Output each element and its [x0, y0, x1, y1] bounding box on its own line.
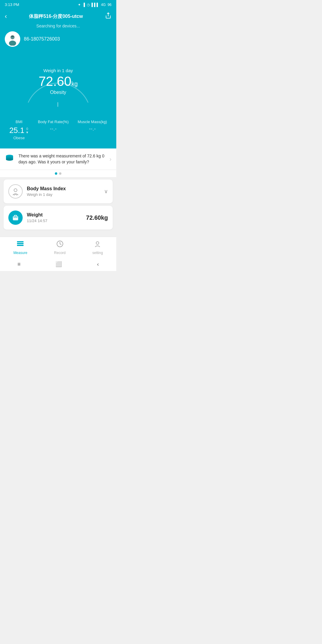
nav-record[interactable]: Record	[54, 240, 66, 255]
svg-point-12	[6, 158, 13, 161]
svg-point-26	[96, 242, 99, 244]
battery-percent: 96	[108, 3, 112, 7]
bottom-nav: Measure Record setting	[0, 237, 116, 257]
network-type: 4G	[101, 3, 106, 7]
bmi-card-title: Body Mass Index	[27, 186, 100, 191]
battery-icon: ▐	[83, 3, 85, 7]
bmi-badge: 0▼	[26, 127, 29, 134]
alarm-icon: ◷	[87, 3, 90, 7]
setting-icon	[94, 240, 101, 250]
pagination-dots	[0, 170, 116, 177]
dot-2	[59, 172, 61, 175]
weight-card[interactable]: Weight 11/24 14:57 72.60kg	[4, 206, 113, 230]
weight-status: Obesity	[38, 90, 78, 95]
page-title: 体脂秤516-分度005-utcw	[7, 13, 105, 20]
svg-rect-18	[14, 215, 17, 217]
android-back-button[interactable]: ‹	[97, 261, 99, 267]
weight-card-subtitle: 11/24 14:57	[27, 219, 82, 223]
nav-setting[interactable]: setting	[92, 240, 103, 255]
android-menu-button[interactable]: ≡	[18, 261, 21, 267]
bmi-stat: BMI 25.1 0▼ Obese	[9, 120, 29, 140]
weight-card-icon	[8, 210, 23, 225]
bmi-card[interactable]: Body Mass Index Weigh in 1 day ∨	[4, 179, 113, 203]
status-icons: ✦ ▐ ◷ ▌▌▌ 4G 96	[78, 3, 112, 7]
svg-line-25	[60, 244, 61, 244]
android-nav: ≡ ⬜ ‹	[0, 257, 116, 271]
record-label: Record	[54, 251, 66, 255]
svg-point-14	[14, 195, 15, 196]
body-fat-stat: Body Fat Rate(%) --.-	[38, 120, 69, 140]
bmi-label: BMI	[9, 120, 29, 124]
bmi-card-subtitle: Weigh in 1 day	[27, 192, 100, 197]
bmi-sublabel: Obese	[9, 136, 29, 140]
android-home-button[interactable]: ⬜	[55, 261, 62, 267]
chevron-right-icon: ›	[109, 156, 112, 162]
back-button[interactable]: ‹	[5, 13, 7, 20]
hero-section: Searching for devices... 86-18075726003 …	[0, 24, 116, 148]
svg-point-16	[16, 195, 17, 196]
bmi-value: 25.1	[9, 126, 24, 135]
bmi-card-content: Body Mass Index Weigh in 1 day	[27, 186, 100, 197]
body-fat-label: Body Fat Rate(%)	[38, 120, 69, 124]
notification-banner[interactable]: There was a weight measurement of 72.6 k…	[0, 148, 116, 170]
weight-gauge: Weigh in 1 day 72.60kg Obesity	[5, 52, 112, 111]
svg-point-15	[15, 194, 16, 195]
svg-rect-20	[17, 241, 24, 242]
stats-row: BMI 25.1 0▼ Obese Body Fat Rate(%) --.- …	[5, 117, 112, 143]
weight-card-value: 72.60kg	[86, 214, 108, 221]
svg-rect-21	[17, 243, 24, 244]
muscle-mass-stat: Muscle Mass(kg) --.-	[78, 120, 107, 140]
user-phone: 86-18075726003	[24, 36, 60, 42]
measure-label: Measure	[13, 251, 27, 255]
muscle-mass-label: Muscle Mass(kg)	[78, 120, 107, 124]
notification-text: There was a weight measurement of 72.6 k…	[18, 153, 105, 165]
setting-label: setting	[92, 251, 103, 255]
weigh-in-label: Weigh in 1 day	[38, 68, 78, 73]
searching-text: Searching for devices...	[5, 24, 112, 28]
cards-section: Body Mass Index Weigh in 1 day ∨ Weight …	[0, 177, 116, 234]
measure-icon	[16, 240, 24, 250]
database-icon	[5, 153, 14, 165]
dot-1	[55, 172, 57, 175]
body-fat-value: --.-	[38, 126, 69, 132]
signal-icon: ▌▌▌	[92, 3, 99, 7]
user-row: 86-18075726003	[5, 31, 112, 47]
status-time: 3:13 PM	[5, 2, 19, 7]
svg-rect-19	[13, 217, 18, 217]
svg-point-13	[14, 189, 17, 192]
nav-measure[interactable]: Measure	[13, 240, 27, 255]
app-header: ‹ 体脂秤516-分度005-utcw	[0, 9, 116, 24]
weight-card-title: Weight	[27, 212, 82, 218]
muscle-mass-value: --.-	[78, 126, 107, 132]
avatar	[5, 31, 20, 47]
record-icon	[56, 240, 64, 250]
bmi-card-icon	[8, 184, 23, 199]
share-button[interactable]	[105, 12, 112, 21]
bluetooth-icon: ✦	[78, 3, 81, 7]
weight-card-content: Weight 11/24 14:57	[27, 212, 82, 223]
weight-display: 72.60kg	[38, 75, 78, 88]
expand-icon[interactable]: ∨	[104, 188, 108, 195]
svg-rect-22	[17, 245, 24, 246]
status-bar: 3:13 PM ✦ ▐ ◷ ▌▌▌ 4G 96	[0, 0, 116, 9]
